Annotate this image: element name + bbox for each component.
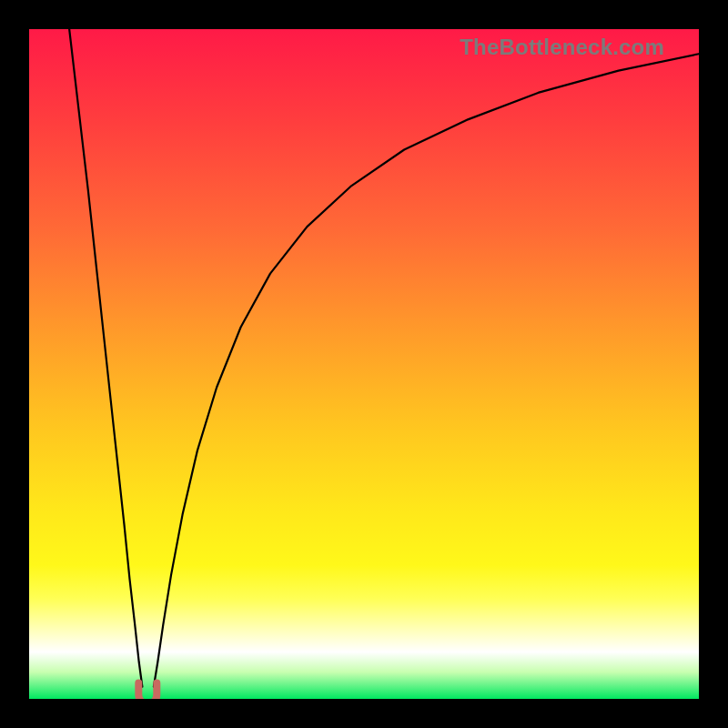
bottleneck-curve [29,29,699,699]
chart-frame: TheBottleneck.com [0,0,728,728]
trough-marker-icon [138,683,157,699]
plot-area: TheBottleneck.com [29,29,699,699]
curve-left-branch [69,29,142,687]
curve-right-branch [154,54,699,687]
